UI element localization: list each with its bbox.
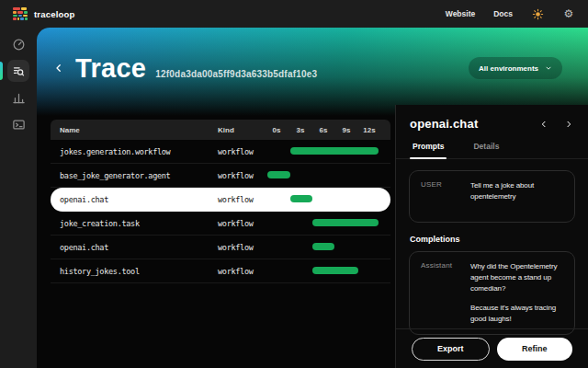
span-row[interactable]: jokes.generation.workflow workflow bbox=[51, 140, 390, 164]
prev-span-chevron-icon[interactable] bbox=[538, 119, 549, 130]
span-duration-bar bbox=[312, 243, 334, 250]
gauge-icon bbox=[12, 38, 26, 52]
tab-details[interactable]: Details bbox=[470, 142, 502, 158]
axis-tick: 3s bbox=[297, 126, 305, 134]
message-role: Assistant bbox=[421, 261, 461, 325]
sidebar-item-analytics[interactable] bbox=[7, 86, 29, 109]
next-span-chevron-icon[interactable] bbox=[563, 119, 574, 130]
tab-prompts[interactable]: Prompts bbox=[410, 142, 447, 158]
timeline-track bbox=[266, 188, 390, 211]
timeline-track bbox=[266, 259, 390, 282]
export-button[interactable]: Export bbox=[412, 338, 490, 361]
trace-search-icon bbox=[12, 64, 26, 78]
span-name: openai.chat bbox=[60, 243, 108, 252]
span-name: jokes.generation.workflow bbox=[60, 147, 170, 156]
settings-gear-icon[interactable]: ⚙ bbox=[562, 7, 575, 20]
environment-selector-label: All environments bbox=[479, 64, 538, 73]
message-text: Why did the Opentelemetry agent become a… bbox=[470, 261, 563, 325]
detail-panel-title: openai.chat bbox=[410, 117, 478, 131]
message-role: USER bbox=[421, 180, 461, 213]
terminal-icon bbox=[12, 118, 26, 132]
back-chevron-icon[interactable] bbox=[51, 61, 66, 75]
span-duration-bar bbox=[312, 267, 358, 274]
span-table-header: Name Kind 0s 3s 6s 9s 12s bbox=[51, 120, 390, 140]
span-row[interactable]: history_jokes.tool workflow bbox=[51, 259, 390, 283]
completion-message-card: Assistant Why did the Opentelemetry agen… bbox=[409, 251, 575, 335]
page-title: Trace bbox=[75, 55, 146, 82]
span-kind: workflow bbox=[218, 147, 254, 156]
span-row[interactable]: openai.chat workflow bbox=[51, 236, 390, 259]
span-row-selected[interactable]: openai.chat workflow bbox=[51, 188, 390, 212]
span-kind: workflow bbox=[218, 267, 254, 276]
span-name: history_jokes.tool bbox=[60, 267, 140, 276]
span-duration-bar bbox=[290, 195, 312, 202]
span-row[interactable]: base_joke_generator.agent workflow bbox=[51, 164, 390, 188]
topbar: traceloop Website Docs ⚙ bbox=[0, 0, 588, 28]
span-kind: workflow bbox=[218, 195, 254, 204]
theme-sun-icon[interactable] bbox=[531, 7, 544, 20]
timeline-track bbox=[266, 236, 390, 259]
topbar-links: Website Docs ⚙ bbox=[446, 7, 575, 20]
environment-selector[interactable]: All environments bbox=[469, 57, 562, 79]
span-duration-bar bbox=[290, 147, 379, 155]
span-detail-panel: openai.chat Prompts Details USER Tell me… bbox=[395, 105, 588, 368]
span-name: openai.chat bbox=[60, 195, 108, 204]
docs-link[interactable]: Docs bbox=[493, 9, 513, 18]
completions-heading: Completions bbox=[410, 235, 575, 244]
axis-tick: 9s bbox=[342, 126, 350, 134]
main-content: Trace 12f0da3da00a5ff9d3a633b5dfaf10e3 A… bbox=[37, 28, 588, 368]
sidebar-item-dashboard[interactable] bbox=[7, 33, 29, 55]
span-kind: workflow bbox=[218, 171, 254, 180]
span-duration-bar bbox=[312, 219, 379, 226]
timeline-track bbox=[266, 140, 390, 163]
span-kind: workflow bbox=[218, 243, 254, 252]
column-header-kind: Kind bbox=[218, 126, 234, 134]
span-name: joke_creation.task bbox=[60, 219, 140, 228]
sidebar-item-console[interactable] bbox=[7, 113, 29, 135]
refine-button[interactable]: Refine bbox=[497, 338, 573, 361]
timeline-axis: 0s 3s 6s 9s 12s bbox=[266, 120, 390, 140]
column-header-name: Name bbox=[60, 126, 80, 134]
span-kind: workflow bbox=[218, 219, 254, 228]
timeline-track bbox=[266, 212, 390, 235]
message-text: Tell me a joke about opentelemetry bbox=[470, 180, 563, 213]
prompt-message-card: USER Tell me a joke about opentelemetry bbox=[409, 170, 575, 223]
span-row[interactable]: joke_creation.task workflow bbox=[51, 212, 390, 236]
sidebar bbox=[0, 28, 37, 368]
sidebar-item-traces[interactable] bbox=[7, 60, 29, 82]
trace-id: 12f0da3da00a5ff9d3a633b5dfaf10e3 bbox=[155, 69, 317, 79]
traceloop-logo-icon bbox=[13, 7, 28, 19]
traceloop-logo[interactable]: traceloop bbox=[13, 7, 75, 19]
span-duration-bar bbox=[267, 171, 290, 178]
span-table: Name Kind 0s 3s 6s 9s 12s jokes.generati… bbox=[51, 120, 390, 283]
detail-tabs: Prompts Details bbox=[396, 142, 588, 159]
axis-tick: 12s bbox=[363, 126, 375, 134]
axis-tick: 6s bbox=[320, 126, 328, 134]
chevron-down-icon bbox=[545, 64, 552, 72]
detail-panel-footer: Export Refine bbox=[396, 328, 588, 368]
website-link[interactable]: Website bbox=[446, 9, 475, 18]
span-name: base_joke_generator.agent bbox=[60, 171, 170, 180]
sidebar-active-indicator bbox=[0, 62, 3, 80]
axis-tick: 0s bbox=[272, 126, 280, 134]
timeline-track bbox=[266, 164, 390, 187]
brand-name: traceloop bbox=[34, 9, 75, 19]
bar-chart-icon bbox=[12, 91, 26, 105]
